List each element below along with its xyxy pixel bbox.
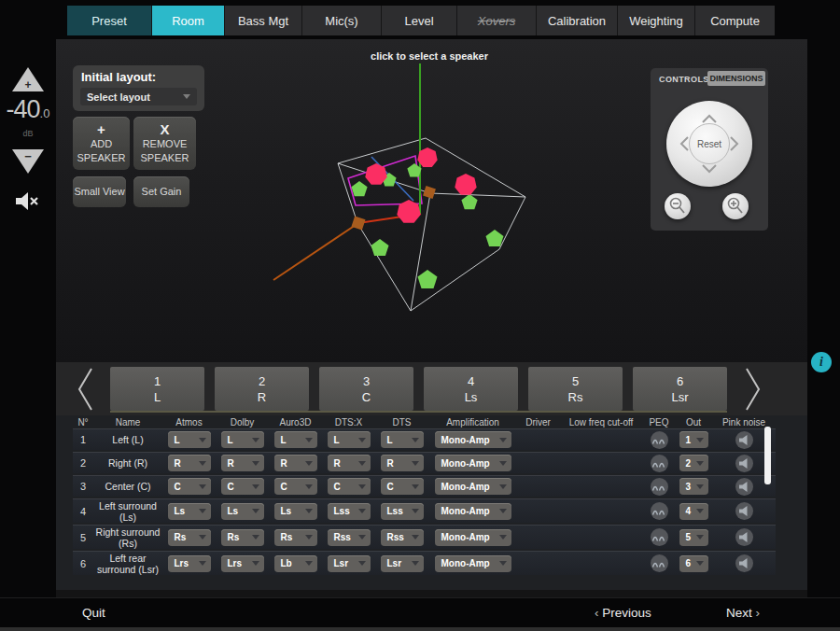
atmos-select[interactable]: L bbox=[168, 431, 211, 448]
dtsx-select[interactable]: L bbox=[328, 431, 371, 448]
pink-noise-button[interactable] bbox=[735, 502, 753, 520]
peq-button[interactable] bbox=[651, 478, 668, 496]
auro3d-select[interactable]: C bbox=[274, 478, 317, 495]
amplification-select[interactable]: Mono-Amp bbox=[435, 503, 511, 520]
dtsx-select[interactable]: Rss bbox=[328, 529, 371, 546]
volume-up-button[interactable]: + bbox=[11, 65, 45, 93]
out-select[interactable]: 6 bbox=[679, 555, 708, 572]
speaker-card-5[interactable]: 5Rs bbox=[528, 367, 623, 411]
auro3d-select[interactable]: Ls bbox=[274, 503, 317, 520]
atmos-select[interactable]: Rs bbox=[168, 529, 211, 546]
dtsx-select[interactable]: R bbox=[328, 455, 371, 471]
table-row: 1 Left (L) L L L L L Mono-Amp 1 bbox=[73, 428, 776, 450]
dial-right-icon bbox=[731, 137, 737, 150]
tab-xovers[interactable]: Xovers bbox=[457, 6, 537, 35]
out-select[interactable]: 5 bbox=[679, 529, 708, 546]
amplification-select[interactable]: Mono-Amp bbox=[435, 455, 511, 471]
tab-dimensions[interactable]: DIMENSIONS bbox=[707, 71, 765, 86]
info-button[interactable]: i bbox=[811, 352, 832, 372]
zoom-out-button[interactable] bbox=[665, 193, 691, 219]
dts-select[interactable]: Rss bbox=[381, 529, 424, 546]
out-select[interactable]: 4 bbox=[679, 503, 708, 520]
table-scrollbar-thumb[interactable] bbox=[764, 427, 771, 484]
dts-select[interactable]: L bbox=[381, 431, 424, 448]
tab-calibration[interactable]: Calibration bbox=[537, 6, 618, 35]
out-select[interactable]: 3 bbox=[679, 478, 708, 495]
chevron-down-icon bbox=[252, 484, 259, 489]
tab-bass-mgt[interactable]: Bass Mgt bbox=[225, 6, 302, 35]
peq-button[interactable] bbox=[651, 502, 668, 520]
svg-text:+: + bbox=[24, 78, 31, 91]
nav-dial[interactable]: Reset bbox=[666, 101, 752, 187]
peq-button[interactable] bbox=[651, 528, 668, 546]
dtsx-select[interactable]: C bbox=[328, 478, 371, 495]
tab-controls[interactable]: CONTROLS bbox=[659, 75, 709, 84]
pink-noise-button[interactable] bbox=[735, 455, 753, 472]
pink-noise-button[interactable] bbox=[735, 478, 753, 496]
tab-compute[interactable]: Compute bbox=[695, 6, 775, 35]
atmos-select[interactable]: Lrs bbox=[168, 555, 211, 572]
remove-speaker-button[interactable]: X REMOVE SPEAKER bbox=[133, 117, 196, 170]
chevron-down-icon bbox=[199, 438, 206, 442]
eq-curve-icon bbox=[651, 435, 666, 445]
amplification-select[interactable]: Mono-Amp bbox=[435, 555, 511, 572]
speaker-card-2[interactable]: 2R bbox=[215, 367, 309, 411]
add-speaker-button[interactable]: + ADD SPEAKER bbox=[73, 117, 130, 170]
tab-mics[interactable]: Mic(s) bbox=[302, 6, 382, 35]
mute-button[interactable] bbox=[14, 190, 40, 217]
peq-button[interactable] bbox=[651, 431, 668, 449]
auro3d-select[interactable]: Lb bbox=[274, 555, 317, 572]
speaker-card-4[interactable]: 4Ls bbox=[424, 367, 518, 411]
tab-weighting[interactable]: Weighting bbox=[618, 6, 695, 35]
zoom-in-button[interactable] bbox=[722, 193, 749, 219]
dolby-select[interactable]: R bbox=[221, 455, 264, 471]
dts-select[interactable]: Lss bbox=[381, 503, 424, 520]
atmos-select[interactable]: C bbox=[168, 478, 211, 495]
dts-select[interactable]: C bbox=[381, 478, 424, 495]
amplification-select[interactable]: Mono-Amp bbox=[435, 529, 511, 546]
tab-room[interactable]: Room bbox=[152, 6, 225, 35]
carousel-prev[interactable] bbox=[75, 366, 95, 416]
out-select[interactable]: 2 bbox=[679, 455, 708, 471]
auro3d-select[interactable]: L bbox=[274, 431, 317, 448]
tab-level[interactable]: Level bbox=[382, 6, 457, 35]
speaker-card-1[interactable]: 1L bbox=[110, 367, 204, 411]
room-3d-view[interactable] bbox=[224, 47, 663, 364]
reset-button[interactable]: Reset bbox=[689, 123, 730, 164]
set-gain-button[interactable]: Set Gain bbox=[133, 176, 189, 207]
previous-button[interactable]: ‹ Previous bbox=[595, 606, 651, 620]
atmos-select[interactable]: R bbox=[168, 455, 211, 471]
dts-select[interactable]: R bbox=[381, 455, 424, 471]
dtsx-select[interactable]: Lsr bbox=[328, 555, 371, 572]
out-select[interactable]: 1 bbox=[679, 431, 708, 448]
layout-select[interactable]: Select layout bbox=[80, 88, 197, 105]
dolby-select[interactable]: Rs bbox=[221, 529, 264, 546]
speaker-card-3[interactable]: 3C bbox=[319, 367, 413, 411]
dolby-select[interactable]: Ls bbox=[221, 503, 264, 520]
amplification-select[interactable]: Mono-Amp bbox=[435, 478, 511, 495]
volume-down-button[interactable]: − bbox=[11, 147, 45, 175]
pink-noise-button[interactable] bbox=[735, 431, 753, 449]
carousel-next[interactable] bbox=[743, 366, 763, 416]
quit-button[interactable]: Quit bbox=[82, 606, 105, 620]
table-header: N°NameAtmos DolbyAuro3DDTS:X DTSAmplific… bbox=[73, 416, 776, 428]
chevron-down-icon bbox=[252, 461, 259, 466]
eq-curve-icon bbox=[651, 482, 666, 492]
tab-preset[interactable]: Preset bbox=[67, 6, 152, 35]
small-view-button[interactable]: Small View bbox=[73, 176, 126, 207]
amplification-select[interactable]: Mono-Amp bbox=[435, 431, 511, 448]
dolby-select[interactable]: C bbox=[221, 478, 264, 495]
speaker-card-6[interactable]: 6Lsr bbox=[633, 367, 727, 411]
dolby-select[interactable]: L bbox=[221, 431, 264, 448]
pink-noise-button[interactable] bbox=[735, 554, 753, 572]
dolby-select[interactable]: Lrs bbox=[221, 555, 264, 572]
auro3d-select[interactable]: R bbox=[274, 455, 317, 471]
auro3d-select[interactable]: Rs bbox=[274, 529, 317, 546]
peq-button[interactable] bbox=[651, 554, 668, 572]
atmos-select[interactable]: Ls bbox=[168, 503, 211, 520]
pink-noise-button[interactable] bbox=[735, 528, 753, 546]
dtsx-select[interactable]: Lss bbox=[328, 503, 371, 520]
next-button[interactable]: Next › bbox=[726, 606, 760, 620]
peq-button[interactable] bbox=[651, 455, 668, 472]
dts-select[interactable]: Lsr bbox=[381, 555, 424, 572]
